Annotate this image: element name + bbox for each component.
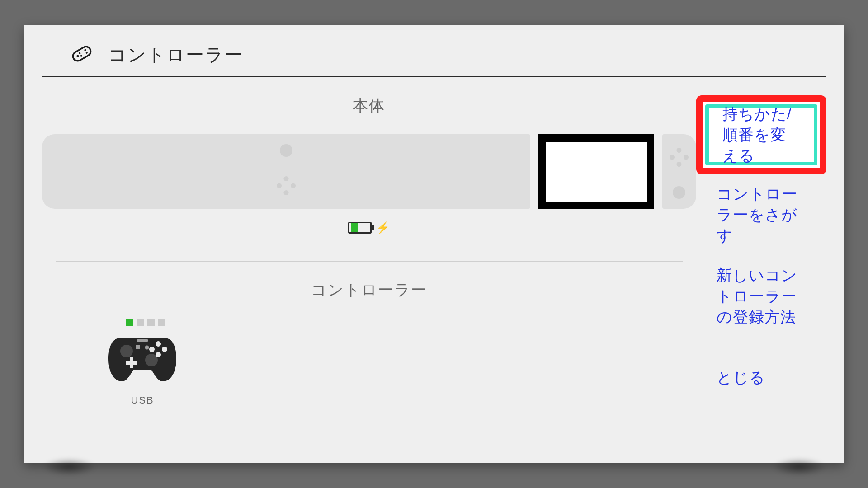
svg-point-13 [149,347,155,352]
svg-point-10 [156,341,161,347]
controllers-status-panel: 本体 ⚡ コントローラー [42,77,696,457]
svg-rect-15 [136,345,140,349]
controllers-section-title: コントローラー [42,280,696,300]
svg-rect-16 [137,339,148,342]
controller-connection-label: USB [131,394,154,406]
console-tablet-icon [538,134,654,209]
console-section-title: 本体 [42,95,696,116]
window-shadow [772,458,826,476]
controllers-menu: 持ちかた/順番を変える コントローラーをさがす 新しいコントローラーの登録方法 … [696,95,826,418]
menu-change-grip-order[interactable]: 持ちかた/順番を変える [696,95,826,174]
svg-point-1 [76,55,79,58]
player-indicator-lights [126,319,696,326]
menu-panel: 持ちかた/順番を変える コントローラーをさがす 新しいコントローラーの登録方法 … [696,77,826,457]
svg-point-3 [80,55,82,57]
menu-item-label: 持ちかた/順番を変える [722,104,800,166]
svg-point-11 [162,347,167,352]
svg-point-5 [85,52,88,54]
menu-item-label: 新しいコントローラーの登録方法 [717,265,806,328]
section-divider [56,261,683,262]
battery-icon [348,222,372,234]
svg-point-4 [84,49,86,52]
menu-item-label: コントローラーをさがす [717,184,806,246]
controllers-settings-window: コントローラー 本体 ⚡ [24,25,844,463]
svg-rect-9 [126,361,137,365]
joycon-left-icon [42,134,530,209]
window-shadow [42,458,96,476]
controller-icon [69,41,94,68]
svg-point-14 [145,346,149,350]
menu-item-label: とじる [717,367,765,388]
charging-icon: ⚡ [376,221,390,234]
pro-controller-icon [108,334,176,385]
svg-point-6 [120,345,133,357]
header: コントローラー [42,38,826,77]
menu-find-controllers[interactable]: コントローラーをさがす [696,174,826,256]
console-battery-status: ⚡ [42,221,696,234]
menu-close[interactable]: とじる [696,337,826,418]
joycon-right-icon [662,134,696,209]
svg-point-2 [78,52,81,55]
console-illustration [42,134,696,209]
page-title: コントローラー [108,42,243,67]
controller-1: USB [108,334,178,406]
menu-pair-new-controller[interactable]: 新しいコントローラーの登録方法 [696,256,826,337]
svg-rect-0 [71,45,92,62]
svg-point-12 [156,352,161,357]
